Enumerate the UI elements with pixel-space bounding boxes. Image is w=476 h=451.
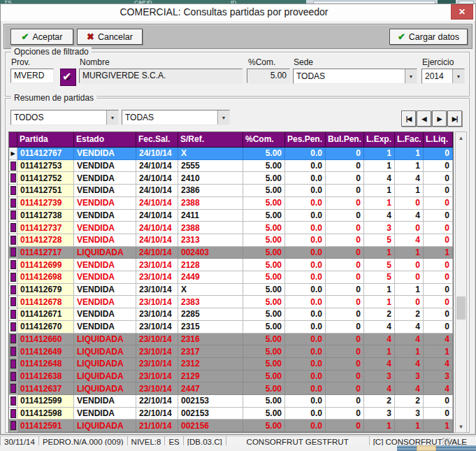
cell-lfac: 0 [395, 296, 424, 308]
column-header-fecsal[interactable]: Fec.Sal. [136, 132, 178, 148]
cell-lliq: 4 [424, 358, 453, 371]
column-header-lliq[interactable]: L.Liq. [424, 132, 453, 148]
cell-fecsal: 24/10/14 [136, 160, 178, 173]
row-marker-icon [9, 271, 17, 284]
cell-estado: VENDIDA [74, 185, 136, 197]
table-row[interactable]: 011412728VENDIDA24/10/1423135.000.00540 [9, 234, 453, 247]
cell-com: 5.00 [243, 148, 285, 160]
column-header-lexp[interactable]: L.Exp. [364, 132, 395, 148]
table-row[interactable]: 011412670VENDIDA23/10/1423155.000.00440 [9, 321, 453, 334]
cell-partida: 011412753 [17, 160, 74, 173]
nav-last-button[interactable]: ▶| [447, 110, 462, 127]
table-row[interactable]: 011412591LIQUIDADA21/10/140021565.000.00… [9, 420, 453, 432]
chevron-down-icon[interactable]: ▼ [405, 69, 417, 83]
cell-partida: 011412670 [17, 321, 74, 334]
cell-pespen: 0.0 [285, 408, 326, 420]
cell-lexp: 4 [364, 358, 395, 371]
cell-lexp: 1 [364, 284, 395, 296]
table-row[interactable]: 011412679VENDIDA23/10/14X5.000.00110 [9, 284, 453, 296]
ejercicio-value: 2014 [422, 69, 452, 83]
cell-partida: 011412699 [17, 259, 74, 271]
table-row[interactable]: 011412717LIQUIDADA24/10/140024035.000.00… [9, 247, 453, 259]
cell-bulpen: 0 [326, 222, 364, 234]
cell-lliq: 0 [424, 160, 453, 173]
table-row[interactable]: 011412738VENDIDA24/10/1424115.000.00440 [9, 210, 453, 222]
cell-lexp: 4 [364, 334, 395, 346]
data-grid[interactable]: PartidaEstadoFec.Sal.S/Ref.%Com.Pes.Pen.… [8, 131, 454, 433]
cell-partida: 011412638 [17, 371, 74, 383]
column-header-partida[interactable]: Partida [17, 132, 74, 148]
table-row[interactable]: 011412671VENDIDA23/10/1422855.000.00220 [9, 308, 453, 321]
table-row[interactable]: 011412739VENDIDA24/10/1423885.000.00100 [9, 197, 453, 210]
cell-pespen: 0.0 [285, 296, 326, 308]
table-row[interactable]: 011412699VENDIDA23/10/1421285.000.00500 [9, 259, 453, 271]
cell-sref: 2411 [178, 210, 243, 222]
cell-fecsal: 23/10/14 [136, 382, 178, 395]
table-row[interactable]: 011412649LIQUIDADA23/10/1423175.000.0011… [9, 345, 453, 358]
cell-fecsal: 24/10/14 [136, 222, 178, 234]
cell-lexp: 2 [364, 308, 395, 321]
scroll-down-icon[interactable]: ▼ [456, 421, 466, 432]
table-row[interactable]: 011412660LIQUIDADA23/10/1423165.000.0044… [9, 334, 453, 346]
cell-lliq: 1 [424, 420, 453, 432]
accept-button[interactable]: ✔ Aceptar [10, 29, 73, 45]
prov-input[interactable]: MVERD [10, 69, 54, 83]
chevron-down-icon[interactable]: ▼ [452, 69, 464, 83]
table-row[interactable]: 011412599VENDIDA22/10/140021535.000.0022… [9, 395, 453, 408]
cell-lfac: 2 [395, 308, 424, 321]
column-header-pespen[interactable]: Pes.Pen. [285, 132, 326, 148]
cell-lliq: 3 [424, 371, 453, 383]
table-row[interactable]: 011412753VENDIDA24/10/1425555.000.00110 [9, 160, 453, 173]
column-header-sref[interactable]: S/Ref. [178, 132, 243, 148]
cell-lexp: 1 [364, 296, 395, 308]
column-header-estado[interactable]: Estado [74, 132, 136, 148]
cell-lliq: 0 [424, 197, 453, 210]
cell-partida: 011412598 [17, 408, 74, 420]
load-data-button[interactable]: ✔ Cargar datos [389, 29, 468, 45]
lookup-check-icon[interactable]: ✔ ✔ [60, 69, 76, 86]
cell-lfac: 3 [395, 371, 424, 383]
filter1-select[interactable]: TODOS ▼ [10, 110, 119, 125]
ejercicio-select[interactable]: 2014 ▼ [421, 69, 465, 84]
row-marker-icon [9, 420, 17, 432]
table-row[interactable]: 011412648LIQUIDADA23/10/1423125.000.0044… [9, 358, 453, 371]
table-row[interactable]: 011412737VENDIDA24/10/1423885.000.00300 [9, 222, 453, 234]
cell-fecsal: 21/10/14 [136, 420, 178, 432]
table-row[interactable]: 011412751VENDIDA24/10/1423865.000.00110 [9, 185, 453, 197]
filter2-select[interactable]: TODAS ▼ [122, 110, 230, 125]
chevron-down-icon[interactable]: ▼ [106, 110, 118, 124]
chevron-down-icon[interactable]: ▼ [217, 110, 229, 124]
nav-prev-button[interactable]: ◀ [417, 110, 431, 127]
cancel-button[interactable]: ✖ Cancelar [77, 29, 143, 45]
table-row[interactable]: 011412638LIQUIDADA23/10/1421295.000.0033… [9, 371, 453, 383]
cell-lexp: 1 [364, 420, 395, 432]
column-header-lfac[interactable]: L.Fac. [395, 132, 424, 148]
cell-sref: 2386 [178, 185, 243, 197]
scrollbar-thumb[interactable] [456, 296, 466, 320]
row-marker-icon [9, 334, 17, 346]
cell-pespen: 0.0 [285, 345, 326, 358]
row-marker-icon [9, 284, 17, 296]
scroll-up-icon[interactable]: ▲ [456, 132, 466, 143]
vertical-scrollbar[interactable]: ▲ ▼ [455, 131, 467, 433]
table-row[interactable]: 011412678VENDIDA23/10/1423835.000.00100 [9, 296, 453, 308]
cell-fecsal: 24/10/14 [136, 172, 178, 185]
nav-next-button[interactable]: ▶ [432, 110, 447, 127]
cell-pespen: 0.0 [285, 172, 326, 185]
cell-fecsal: 23/10/14 [136, 334, 178, 346]
column-header-com[interactable]: %Com. [243, 132, 285, 148]
table-row[interactable]: 011412637LIQUIDADA23/10/1424475.000.0044… [9, 382, 453, 395]
table-row[interactable]: 011412698VENDIDA23/10/1424495.000.00500 [9, 271, 453, 284]
cell-sref: 2388 [178, 222, 243, 234]
cell-estado: VENDIDA [74, 210, 136, 222]
table-row[interactable]: 011412598VENDIDA22/10/140021535.000.0033… [9, 408, 453, 420]
table-row[interactable]: ▶011412767VENDIDA24/10/14X5.000.00110 [9, 148, 453, 160]
table-row[interactable]: 011412752VENDIDA24/10/1424105.000.00440 [9, 172, 453, 185]
cell-sref: 2447 [178, 382, 243, 395]
close-button[interactable]: ✕ [451, 4, 473, 20]
column-header-bulpen[interactable]: Bul.Pen. [326, 132, 364, 148]
cancel-button-label: Cancelar [98, 32, 133, 42]
nav-first-button[interactable]: |◀ [401, 110, 416, 127]
cell-estado: VENDIDA [74, 408, 136, 420]
sede-select[interactable]: TODAS ▼ [293, 69, 417, 84]
